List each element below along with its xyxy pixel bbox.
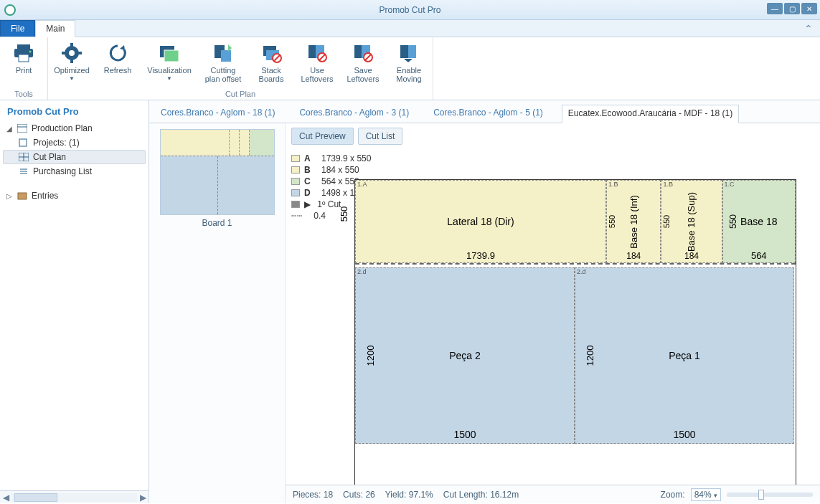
scroll-thumb[interactable] — [14, 493, 57, 502]
status-cuts-value: 26 — [365, 490, 374, 500]
tree: ◢ Production Plan Projects: (1) Cut Plan… — [0, 120, 149, 490]
enable-moving-label: Enable Moving — [396, 66, 421, 83]
status-cuts-label: Cuts: — [343, 490, 363, 500]
zoom-select[interactable]: 84% ▾ — [691, 488, 721, 501]
list-icon — [19, 167, 29, 176]
scroll-left-icon[interactable]: ◀ — [0, 493, 11, 503]
svg-rect-28 — [17, 124, 27, 133]
gear-icon — [60, 42, 83, 65]
piece-id: 1.C — [725, 181, 735, 188]
offset-icon — [212, 42, 235, 65]
piece-id: 1.A — [357, 181, 367, 188]
tree-cut-plan[interactable]: Cut Plan — [3, 150, 146, 164]
material-tab-3[interactable]: Eucatex.Ecowood.Araucária - MDF - 18 (1) — [562, 105, 739, 123]
svg-point-5 — [69, 50, 75, 56]
stack-icon — [260, 42, 283, 65]
close-button[interactable]: ✕ — [801, 3, 817, 14]
board-thumbnail[interactable] — [160, 129, 275, 215]
zoom-value: 84% — [694, 490, 712, 500]
file-menu[interactable]: File — [0, 20, 35, 37]
print-button[interactable]: Print — [4, 40, 43, 88]
stack-boards-button[interactable]: Stack Boards — [252, 40, 291, 88]
tree-label: Purchasing List — [33, 166, 92, 176]
sidebar-scrollbar[interactable]: ◀ ▶ — [0, 490, 149, 503]
window-title: Promob Cut Pro — [379, 5, 440, 15]
svg-rect-19 — [308, 45, 316, 58]
status-bar: Pieces: 18 Cuts: 26 Yield: 97.1% Cut Len… — [286, 485, 820, 503]
plan-panel: Cut Preview Cut List A 1739.9 x 550 B 18… — [286, 123, 820, 503]
dim-h: 550 — [728, 214, 738, 229]
piece-label: Peça 1 — [669, 350, 700, 361]
visualization-label: Visualization — [147, 66, 192, 75]
tree-label: Entries — [32, 191, 58, 201]
svg-rect-13 — [221, 50, 231, 62]
tree-projects[interactable]: Projects: (1) — [3, 135, 146, 150]
svg-rect-0 — [17, 44, 30, 49]
cut-preview-button[interactable]: Cut Preview — [291, 128, 354, 145]
save-leftovers-button[interactable]: Save Leftovers — [344, 40, 382, 88]
tree-purchasing-list[interactable]: Purchasing List — [3, 164, 146, 179]
zoom-slider[interactable] — [727, 493, 813, 497]
use-leftovers-button[interactable]: Use Leftovers — [298, 40, 336, 88]
material-tab-0[interactable]: Cores.Branco - Aglom - 18 (1) — [155, 105, 281, 123]
sidebar: Promob Cut Pro ◢ Production Plan Project… — [0, 100, 149, 503]
tree-entries[interactable]: ▷ Entries — [3, 189, 146, 203]
material-tab-1[interactable]: Cores.Branco - Aglom - 3 (1) — [293, 105, 415, 123]
main-tab[interactable]: Main — [35, 20, 75, 37]
chevron-down-icon: ▼ — [69, 75, 75, 82]
piece-id: 2.d — [357, 268, 367, 275]
enable-moving-button[interactable]: Enable Moving — [390, 40, 428, 88]
ribbon-group-cutplan: Cut Plan — [52, 88, 428, 98]
svg-rect-27 — [408, 45, 416, 58]
layers-icon — [158, 42, 181, 65]
piece-label: Base 18 (Sup) — [686, 191, 697, 251]
cut-list-button[interactable]: Cut List — [358, 128, 403, 145]
piece-B1[interactable]: 1.B Base 18 (Inf) 550 184 — [606, 180, 661, 263]
minimize-button[interactable]: — — [767, 3, 783, 14]
collapse-ribbon-icon[interactable]: ⌃ — [804, 23, 813, 37]
material-tab-2[interactable]: Cores.Branco - Aglom - 5 (1) — [428, 105, 549, 123]
status-pieces-label: Pieces: — [293, 490, 321, 500]
stack-boards-label: Stack Boards — [259, 66, 284, 83]
use-leftovers-label: Use Leftovers — [301, 66, 333, 83]
maximize-button[interactable]: ▢ — [784, 3, 800, 14]
svg-rect-2 — [19, 54, 29, 62]
grid-icon — [19, 153, 29, 161]
piece-D2[interactable]: 2.d Peça 1 1200 1500 — [575, 267, 794, 444]
piece-A[interactable]: 1.A Lateral 18 (Dir) 1739.9 — [355, 180, 606, 263]
svg-rect-30 — [19, 139, 27, 146]
axis-label: 550 — [339, 206, 349, 222]
refresh-label: Refresh — [104, 66, 132, 75]
refresh-button[interactable]: Refresh — [98, 40, 137, 88]
menu-bar: File Main ⌃ — [0, 20, 820, 37]
title-bar: Promob Cut Pro — ▢ ✕ — [0, 0, 820, 20]
svg-rect-23 — [354, 45, 362, 58]
chevron-down-icon: ▾ — [714, 492, 717, 499]
tree-production-plan[interactable]: ◢ Production Plan — [3, 121, 146, 135]
canvas[interactable]: 550 1.A Lateral 18 (Dir) 1739.9 1.B Base… — [286, 149, 820, 485]
cutting-plan-offset-button[interactable]: Cutting plan offset — [202, 40, 245, 88]
optimized-button[interactable]: Optimized ▼ — [52, 40, 91, 88]
visualization-button[interactable]: Visualization ▼ — [144, 40, 194, 88]
scroll-right-icon[interactable]: ▶ — [137, 493, 149, 503]
sidebar-title: Promob Cut Pro — [0, 100, 149, 120]
svg-rect-37 — [18, 193, 27, 199]
box-icon — [17, 191, 27, 200]
piece-C[interactable]: 1.C Base 18 550 564 — [722, 180, 796, 263]
dim-h: 1200 — [585, 346, 595, 366]
refresh-icon — [106, 42, 129, 65]
cutting-offset-label: Cutting plan offset — [205, 66, 242, 83]
piece-B2[interactable]: 1.B Base 18 (Sup) 550 184 — [661, 180, 722, 263]
piece-D1[interactable]: 2.d Peça 2 1200 1500 — [355, 267, 575, 444]
save-leftovers-label: Save Leftovers — [347, 66, 379, 83]
slider-knob[interactable] — [758, 490, 764, 500]
board-label: Board 1 — [155, 218, 279, 228]
boards-panel: Board 1 — [149, 123, 286, 503]
ribbon-group-tools: Tools — [4, 88, 43, 98]
svg-rect-7 — [70, 59, 73, 63]
dim-h: 550 — [663, 215, 671, 228]
ribbon: Print Tools Optimized ▼ Refresh Visualiz… — [0, 37, 820, 100]
dim-w: 564 — [751, 250, 767, 261]
piece-label: Base 18 (Inf) — [628, 195, 639, 248]
svg-rect-11 — [164, 50, 179, 62]
